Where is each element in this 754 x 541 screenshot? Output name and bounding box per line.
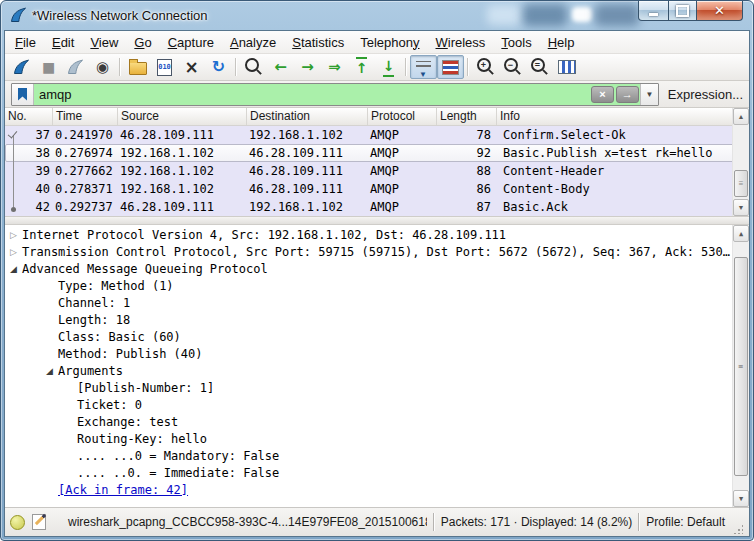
packet-row-39[interactable]: 390.277662192.168.1.10246.28.109.111AMQP… <box>5 162 736 180</box>
scrollbar-thumb[interactable]: ≡ <box>734 257 748 476</box>
detail-line[interactable]: Type: Method (1) <box>5 278 736 295</box>
menu-tools[interactable]: Tools <box>493 33 539 52</box>
expression-button[interactable]: Expression... <box>668 87 743 102</box>
detail-line[interactable]: Length: 18 <box>5 312 736 329</box>
expand-arrow-icon[interactable]: ▷ <box>8 244 19 261</box>
detail-line[interactable]: .... ..0. = Immediate: False <box>5 465 736 482</box>
column-header-source[interactable]: Source <box>118 108 247 125</box>
menu-analyze[interactable]: Analyze <box>222 33 284 52</box>
column-header-time[interactable]: Time <box>53 108 118 125</box>
toolbar-separator <box>405 58 407 76</box>
cell-info: Content-Body <box>497 180 736 198</box>
filter-bookmark-button[interactable] <box>12 84 34 105</box>
menu-wireless[interactable]: Wireless <box>428 33 494 52</box>
packet-details-pane: ▲ ≡ ▼ ▷Internet Protocol Version 4, Src:… <box>5 225 749 507</box>
zoom-out-icon[interactable]: − <box>499 55 526 79</box>
autoscroll-toggle[interactable]: ▼ <box>410 55 437 79</box>
reload-file-icon-glyph: ↻ <box>212 59 225 75</box>
detail-line[interactable]: Routing-Key: hello <box>5 431 736 448</box>
scroll-up-button[interactable]: ▲ <box>733 108 749 125</box>
go-to-packet-icon[interactable]: ⇒ <box>321 55 348 79</box>
filter-apply-button[interactable]: → <box>616 86 639 103</box>
detail-line[interactable]: Class: Basic (60) <box>5 329 736 346</box>
filter-dropdown-button[interactable]: ▼ <box>640 84 658 105</box>
zoom-100-icon[interactable]: = <box>526 55 553 79</box>
detail-line[interactable]: Method: Publish (40) <box>5 346 736 363</box>
menu-file[interactable]: File <box>7 33 44 52</box>
packet-row-42[interactable]: 420.29273746.28.109.111192.168.1.102AMQP… <box>5 198 736 216</box>
reload-file-icon[interactable]: ↻ <box>205 55 232 79</box>
go-back-icon[interactable]: ← <box>267 55 294 79</box>
open-file-icon[interactable] <box>124 55 151 79</box>
detail-line[interactable]: Ticket: 0 <box>5 397 736 414</box>
detail-line[interactable]: ◢Arguments <box>5 363 736 380</box>
colorize-toggle[interactable] <box>437 55 464 79</box>
detail-line[interactable]: .... ...0 = Mandatory: False <box>5 448 736 465</box>
fin-shape <box>13 59 30 75</box>
filter-clear-button[interactable]: × <box>591 86 614 103</box>
capture-restart-icon[interactable] <box>62 55 89 79</box>
menu-view[interactable]: View <box>82 33 126 52</box>
go-forward-icon[interactable]: → <box>294 55 321 79</box>
menu-go[interactable]: Go <box>126 33 159 52</box>
menu-telephony[interactable]: Telephony <box>352 33 427 52</box>
profile-label[interactable]: Profile: Default <box>646 515 725 529</box>
detail-line[interactable]: ▷Internet Protocol Version 4, Src: 192.1… <box>5 227 736 244</box>
menu-accel: G <box>134 35 144 50</box>
close-file-icon[interactable]: × <box>178 55 205 79</box>
expert-info-button[interactable] <box>10 515 25 530</box>
detail-line[interactable]: [Ack in frame: 42] <box>5 482 736 499</box>
detail-line[interactable]: Exchange: test <box>5 414 736 431</box>
detail-line[interactable]: ▷Transmission Control Protocol, Src Port… <box>5 244 736 261</box>
cell-destination: 192.168.1.102 <box>247 126 368 144</box>
detail-line[interactable]: Channel: 1 <box>5 295 736 312</box>
scrollbar-thumb[interactable]: ≡ <box>734 170 748 197</box>
detail-text: Ticket: 0 <box>77 398 142 412</box>
column-header-protocol[interactable]: Protocol <box>368 108 437 125</box>
packet-row-40[interactable]: 400.278371192.168.1.10246.28.109.111AMQP… <box>5 180 736 198</box>
frame-link[interactable]: [Ack in frame: 42] <box>58 483 188 497</box>
collapse-arrow-icon[interactable]: ◢ <box>8 261 19 278</box>
title-bar[interactable]: *Wireless Network Connection ✕ <box>1 1 753 30</box>
pane-splitter[interactable] <box>5 216 749 225</box>
close-button[interactable]: ✕ <box>697 1 743 21</box>
column-header-info[interactable]: Info <box>497 108 736 125</box>
column-header-length[interactable]: Length <box>437 108 497 125</box>
cell-info: Basic.Publish x=test rk=hello <box>497 144 736 162</box>
detail-line[interactable]: [Publish-Number: 1] <box>5 380 736 397</box>
menu-edit[interactable]: Edit <box>44 33 82 52</box>
save-file-icon[interactable]: 010 <box>151 55 178 79</box>
packet-counts: Packets: 171 · Displayed: 14 (8.2%) <box>441 515 632 529</box>
capture-comment-icon[interactable] <box>32 514 46 530</box>
resize-columns-icon[interactable] <box>553 55 580 79</box>
capture-interfaces-icon[interactable] <box>8 55 35 79</box>
detail-line[interactable]: ◢Advanced Message Queueing Protocol <box>5 261 736 278</box>
mag-label: + <box>481 61 486 70</box>
column-header-no[interactable]: No. <box>5 108 53 125</box>
go-to-packet-icon-glyph: ⇒ <box>328 60 341 75</box>
menu-help[interactable]: Help <box>540 33 583 52</box>
maximize-button[interactable] <box>669 1 697 21</box>
packet-list-scrollbar[interactable]: ▲ ≡ ▼ <box>732 108 749 216</box>
go-top-icon[interactable]: ↑ <box>348 55 375 79</box>
resize-grip[interactable] <box>731 523 744 536</box>
column-header-destination[interactable]: Destination <box>247 108 368 125</box>
capture-options-icon[interactable]: ◉ <box>89 55 116 79</box>
status-separator <box>638 513 640 531</box>
collapse-arrow-icon[interactable]: ◢ <box>44 363 55 380</box>
minimize-button[interactable] <box>638 1 669 21</box>
packet-row-37[interactable]: 370.24197046.28.109.111192.168.1.102AMQP… <box>5 126 736 144</box>
capture-stop-icon[interactable]: ■ <box>35 55 62 79</box>
go-bottom-icon[interactable]: ↓ <box>375 55 402 79</box>
packet-row-38[interactable]: 380.276974192.168.1.10246.28.109.111AMQP… <box>5 144 736 162</box>
scroll-down-button[interactable]: ▼ <box>733 199 749 216</box>
close-file-icon-glyph: × <box>184 59 198 76</box>
maximize-icon <box>676 5 689 17</box>
display-filter-input[interactable] <box>34 84 590 105</box>
menu-statistics[interactable]: Statistics <box>284 33 352 52</box>
find-packet-icon[interactable] <box>240 55 267 79</box>
menu-capture[interactable]: Capture <box>160 33 222 52</box>
zoom-in-icon[interactable]: + <box>472 55 499 79</box>
menu-accel: y <box>413 35 420 50</box>
expand-arrow-icon[interactable]: ▷ <box>8 227 19 244</box>
